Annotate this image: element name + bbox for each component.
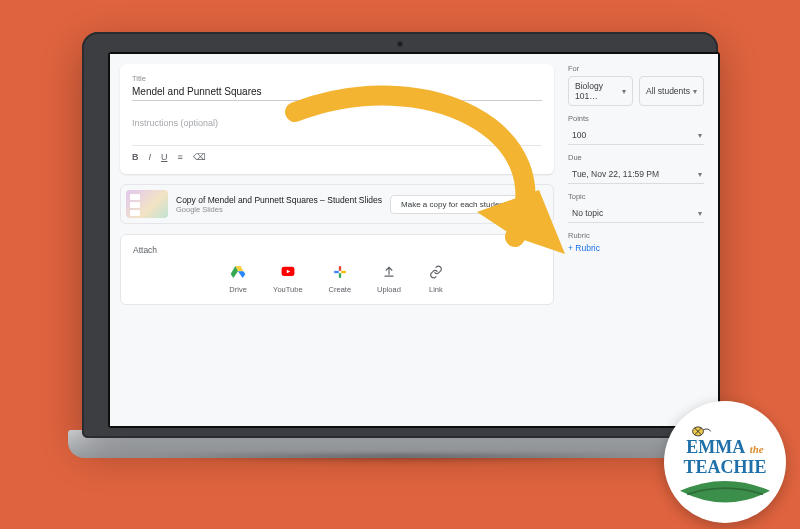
rich-text-toolbar: B I U ≡ ⌫	[132, 145, 542, 164]
for-section: For Biology 101… ▾ All students ▾	[568, 64, 704, 106]
camera-dot	[397, 41, 403, 47]
due-dropdown[interactable]: Tue, Nov 22, 11:59 PM ▾	[568, 165, 704, 184]
topic-section: Topic No topic ▾	[568, 192, 704, 223]
svg-rect-9	[341, 271, 346, 273]
attach-heading: Attach	[133, 245, 541, 255]
link-icon	[427, 263, 445, 281]
drive-icon	[229, 263, 247, 281]
italic-button[interactable]: I	[149, 152, 152, 162]
attachment-text[interactable]: Copy of Mendel and Punnett Squares – Stu…	[176, 195, 382, 214]
bold-button[interactable]: B	[132, 152, 139, 162]
attach-link-label: Link	[429, 285, 443, 294]
chevron-down-icon: ▾	[698, 170, 702, 179]
due-value: Tue, Nov 22, 11:59 PM	[572, 169, 659, 179]
underline-button[interactable]: U	[161, 152, 168, 162]
svg-rect-8	[334, 271, 339, 273]
due-section: Due Tue, Nov 22, 11:59 PM ▾	[568, 153, 704, 184]
points-section: Points 100 ▾	[568, 114, 704, 145]
laptop-mockup: Title B I U ≡ ⌫	[68, 32, 732, 494]
youtube-icon	[279, 263, 297, 281]
brand-logo-icon: EMMA the TEACHIE	[671, 408, 779, 516]
topic-label: Topic	[568, 192, 704, 201]
points-value: 100	[572, 130, 586, 140]
attach-create-label: Create	[329, 285, 352, 294]
chevron-down-icon: ▾	[510, 200, 514, 208]
screen-bezel: Title B I U ≡ ⌫	[108, 52, 720, 428]
due-label: Due	[568, 153, 704, 162]
attachment-thumbnail	[126, 190, 168, 218]
attach-options-row: Drive YouTube	[133, 263, 541, 294]
bulleted-list-button[interactable]: ≡	[178, 152, 183, 162]
attach-card: Attach Drive	[120, 234, 554, 305]
svg-marker-2	[238, 271, 245, 278]
attach-upload-button[interactable]: Upload	[377, 263, 401, 294]
attach-link-button[interactable]: Link	[427, 263, 445, 294]
screen: Title B I U ≡ ⌫	[110, 54, 718, 426]
brand-badge: EMMA the TEACHIE	[664, 401, 786, 523]
attachment-permission-label: Make a copy for each student	[401, 200, 506, 209]
attachment-title: Copy of Mendel and Punnett Squares – Stu…	[176, 195, 382, 205]
attach-youtube-button[interactable]: YouTube	[273, 263, 302, 294]
attach-drive-button[interactable]: Drive	[229, 263, 247, 294]
students-dropdown[interactable]: All students ▾	[639, 76, 704, 106]
topic-dropdown[interactable]: No topic ▾	[568, 204, 704, 223]
rubric-section: Rubric + Rubric	[568, 231, 704, 253]
svg-text:EMMA the: EMMA the	[686, 437, 763, 457]
main-column: Title B I U ≡ ⌫	[120, 64, 554, 416]
attachment-subtitle: Google Slides	[176, 205, 382, 214]
chevron-down-icon: ▾	[698, 131, 702, 140]
attach-upload-label: Upload	[377, 285, 401, 294]
chevron-down-icon: ▾	[698, 209, 702, 218]
svg-text:TEACHIE: TEACHIE	[683, 457, 766, 477]
add-rubric-button[interactable]: + Rubric	[568, 243, 704, 253]
chevron-down-icon: ▾	[693, 87, 697, 96]
class-dropdown[interactable]: Biology 101… ▾	[568, 76, 633, 106]
rubric-label: Rubric	[568, 231, 704, 240]
title-field-label: Title	[132, 74, 542, 83]
students-value: All students	[646, 86, 690, 96]
for-label: For	[568, 64, 704, 73]
chevron-down-icon: ▾	[622, 87, 626, 96]
laptop-lid: Title B I U ≡ ⌫	[82, 32, 718, 438]
topic-value: No topic	[572, 208, 603, 218]
points-dropdown[interactable]: 100 ▾	[568, 126, 704, 145]
attached-file-row: Copy of Mendel and Punnett Squares – Stu…	[120, 184, 554, 224]
attach-youtube-label: YouTube	[273, 285, 302, 294]
title-input[interactable]	[132, 83, 542, 101]
svg-rect-6	[339, 266, 341, 271]
attach-drive-label: Drive	[229, 285, 247, 294]
attachment-permission-dropdown[interactable]: Make a copy for each student ▾	[390, 195, 523, 214]
points-label: Points	[568, 114, 704, 123]
side-column: For Biology 101… ▾ All students ▾	[568, 64, 704, 416]
upload-icon	[380, 263, 398, 281]
plus-multicolor-icon	[331, 263, 349, 281]
clear-formatting-button[interactable]: ⌫	[193, 152, 206, 162]
remove-attachment-button[interactable]: ✕	[531, 196, 547, 212]
laptop-shadow	[140, 454, 660, 464]
instructions-input[interactable]	[132, 115, 542, 131]
assignment-details-card: Title B I U ≡ ⌫	[120, 64, 554, 174]
attach-create-button[interactable]: Create	[329, 263, 352, 294]
class-value: Biology 101…	[575, 81, 622, 101]
svg-rect-7	[339, 273, 341, 278]
classroom-assignment-editor: Title B I U ≡ ⌫	[110, 54, 718, 426]
